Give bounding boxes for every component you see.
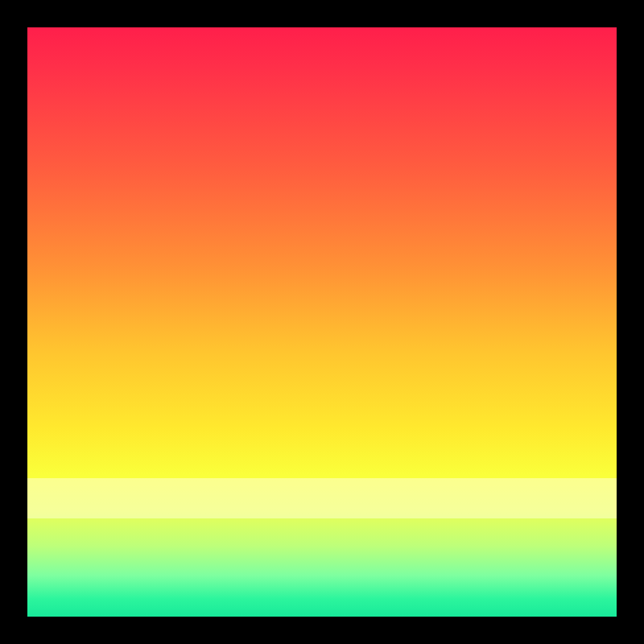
chart-stage — [0, 0, 644, 644]
curve-layer — [27, 27, 617, 617]
